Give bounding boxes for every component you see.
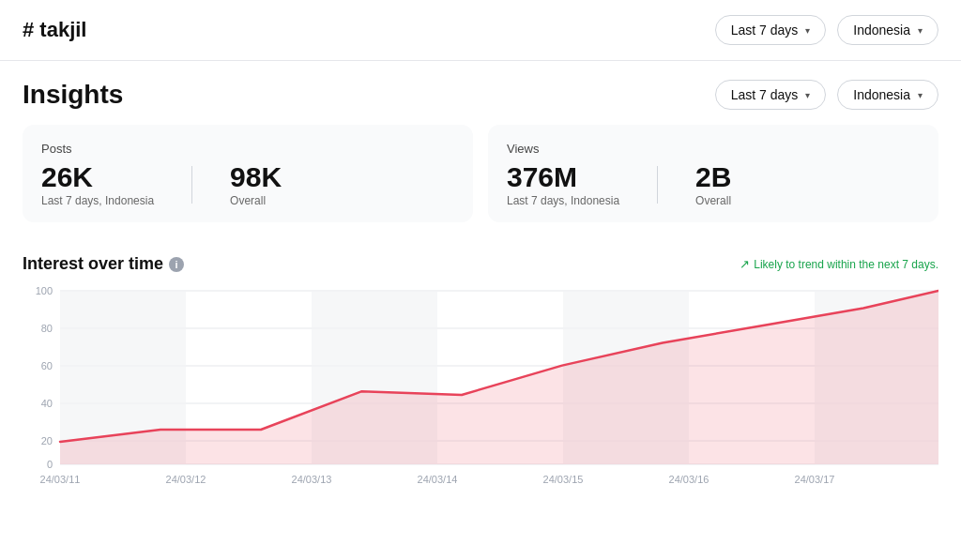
stats-row: Posts 26K Last 7 days, Indonesia 98K Ove… xyxy=(23,125,938,222)
stat-divider xyxy=(191,166,192,204)
posts-primary: 26K Last 7 days, Indonesia xyxy=(41,161,154,207)
chevron-down-icon: ▾ xyxy=(918,90,923,100)
posts-label: Posts xyxy=(41,142,454,156)
interest-title: Interest over time xyxy=(23,254,163,274)
header-region-dropdown[interactable]: Indonesia ▾ xyxy=(837,15,938,45)
header: # takjil Last 7 days ▾ Indonesia ▾ xyxy=(0,0,961,61)
trend-arrow-icon: ↗ xyxy=(740,257,750,271)
views-values: 376M Last 7 days, Indonesia 2B Overall xyxy=(507,161,920,207)
svg-text:60: 60 xyxy=(41,360,53,371)
svg-text:24/03/12: 24/03/12 xyxy=(166,474,206,485)
header-region-label: Indonesia xyxy=(853,23,910,38)
chevron-down-icon: ▾ xyxy=(918,25,923,36)
svg-text:40: 40 xyxy=(41,398,53,409)
svg-text:24/03/14: 24/03/14 xyxy=(418,474,458,485)
posts-card: Posts 26K Last 7 days, Indonesia 98K Ove… xyxy=(23,125,473,222)
insights-region-dropdown[interactable]: Indonesia ▾ xyxy=(837,80,938,110)
svg-text:24/03/13: 24/03/13 xyxy=(292,474,332,485)
svg-text:24/03/11: 24/03/11 xyxy=(40,474,81,485)
views-primary-sublabel: Last 7 days, Indonesia xyxy=(507,194,619,207)
svg-text:24/03/15: 24/03/15 xyxy=(543,474,584,485)
interest-title-row: Interest over time i xyxy=(23,254,184,274)
svg-text:20: 20 xyxy=(41,435,53,446)
svg-text:80: 80 xyxy=(41,323,53,334)
views-secondary-value: 2B xyxy=(695,161,731,192)
views-primary: 376M Last 7 days, Indonesia xyxy=(507,161,619,207)
svg-text:0: 0 xyxy=(47,459,53,470)
interest-header: Interest over time i ↗ Likely to trend w… xyxy=(23,254,938,274)
header-timeframe-label: Last 7 days xyxy=(731,23,799,38)
header-timeframe-dropdown[interactable]: Last 7 days ▾ xyxy=(715,15,827,45)
info-icon: i xyxy=(169,257,184,272)
insights-title: Insights xyxy=(23,80,123,110)
stat-divider xyxy=(657,166,658,204)
views-primary-value: 376M xyxy=(507,161,619,192)
posts-secondary: 98K Overall xyxy=(230,161,282,207)
posts-primary-sublabel: Last 7 days, Indonesia xyxy=(41,194,154,207)
interest-chart: 100 80 60 40 20 0 24/03/11 24/03/12 24/0… xyxy=(23,281,938,488)
posts-secondary-value: 98K xyxy=(230,161,282,192)
chevron-down-icon: ▾ xyxy=(805,25,810,36)
interest-section: Interest over time i ↗ Likely to trend w… xyxy=(0,254,961,488)
chart-container: 100 80 60 40 20 0 24/03/11 24/03/12 24/0… xyxy=(23,281,938,488)
trend-text: Likely to trend within the next 7 days. xyxy=(754,258,938,271)
chevron-down-icon: ▾ xyxy=(805,90,810,100)
views-secondary-sublabel: Overall xyxy=(695,194,731,207)
insights-timeframe-label: Last 7 days xyxy=(731,87,799,102)
svg-text:24/03/17: 24/03/17 xyxy=(795,474,835,485)
header-controls: Last 7 days ▾ Indonesia ▾ xyxy=(715,15,938,45)
posts-values: 26K Last 7 days, Indonesia 98K Overall xyxy=(41,161,454,207)
insights-section: Insights Last 7 days ▾ Indonesia ▾ Posts… xyxy=(0,61,961,254)
svg-text:100: 100 xyxy=(36,285,53,296)
insights-header: Insights Last 7 days ▾ Indonesia ▾ xyxy=(23,80,938,110)
insights-controls: Last 7 days ▾ Indonesia ▾ xyxy=(715,80,938,110)
views-secondary: 2B Overall xyxy=(695,161,731,207)
insights-region-label: Indonesia xyxy=(853,87,910,102)
insights-timeframe-dropdown[interactable]: Last 7 days ▾ xyxy=(715,80,827,110)
posts-secondary-sublabel: Overall xyxy=(230,194,282,207)
header-title: # takjil xyxy=(23,18,86,42)
trend-label: ↗ Likely to trend within the next 7 days… xyxy=(740,257,938,271)
posts-primary-value: 26K xyxy=(41,161,154,192)
views-card: Views 376M Last 7 days, Indonesia 2B Ove… xyxy=(488,125,938,222)
views-label: Views xyxy=(507,142,920,156)
svg-text:24/03/16: 24/03/16 xyxy=(669,474,709,485)
